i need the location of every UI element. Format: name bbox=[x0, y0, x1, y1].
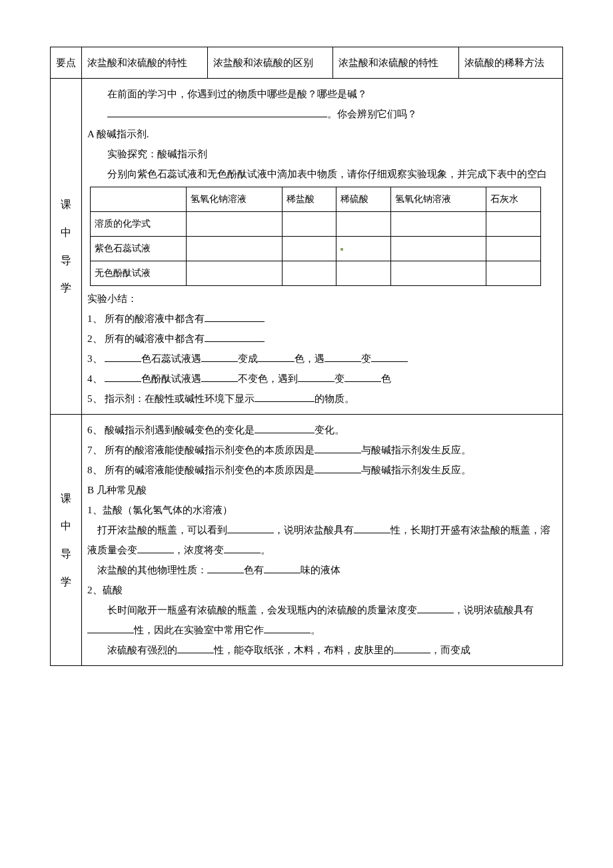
fill-blank[interactable] bbox=[394, 643, 430, 653]
item-1-line1: 打开浓盐酸的瓶盖，可以看到，说明浓盐酸具有性，长期打开盛有浓盐酸的瓶盖，溶液质量… bbox=[87, 520, 557, 560]
item-1-title: 1、盐酸（氯化氢气体的水溶液） bbox=[87, 500, 557, 520]
header-label: 要点 bbox=[51, 47, 82, 79]
table-row: 无色酚酞试液 bbox=[91, 261, 541, 286]
row-label-1: 溶质的化学式 bbox=[91, 212, 187, 237]
fill-blank[interactable] bbox=[105, 351, 141, 362]
experiment-desc: 分别向紫色石蕊试液和无色酚酞试液中滴加表中物质，请你仔细观察实验现象，并完成下表… bbox=[87, 164, 557, 184]
th-3: 稀硫酸 bbox=[336, 187, 391, 212]
header-col-3: 浓盐酸和浓硫酸的特性 bbox=[333, 47, 459, 79]
cell-blank[interactable] bbox=[390, 237, 486, 261]
content-cell-2: 6、 酸碱指示剂遇到酸碱变色的变化是变化。 7、 所有的酸溶液能使酸碱指示剂变色… bbox=[82, 415, 563, 666]
summary-2: 2、 所有的碱溶液中都含有 bbox=[87, 329, 557, 349]
summary-3: 3、 色石蕊试液遇变成色，遇变 bbox=[87, 349, 557, 369]
side-label-2: 课中导学 bbox=[51, 415, 82, 666]
cell-blank[interactable] bbox=[336, 212, 391, 237]
cell-blank[interactable] bbox=[390, 212, 486, 237]
fill-blank[interactable] bbox=[87, 623, 134, 633]
cell-blank[interactable] bbox=[336, 237, 391, 261]
fill-blank[interactable] bbox=[354, 523, 390, 533]
th-5: 石灰水 bbox=[486, 187, 541, 212]
cell-blank[interactable] bbox=[282, 261, 336, 286]
fill-blank[interactable] bbox=[255, 391, 314, 402]
fill-blank[interactable] bbox=[298, 371, 334, 382]
cell-blank[interactable] bbox=[486, 237, 541, 261]
table-row: 溶质的化学式 bbox=[91, 212, 541, 237]
th-2: 稀盐酸 bbox=[282, 187, 336, 212]
fill-blank[interactable] bbox=[205, 331, 265, 342]
table-header-row: 氢氧化钠溶液 稀盐酸 稀硫酸 氢氧化钠溶液 石灰水 bbox=[91, 187, 541, 212]
fill-blank[interactable] bbox=[258, 351, 295, 362]
header-row: 要点 浓盐酸和浓硫酸的特性 浓盐酸和浓硫酸的区别 浓盐酸和浓硫酸的特性 浓硫酸的… bbox=[51, 47, 563, 79]
cell-blank[interactable] bbox=[282, 212, 336, 237]
item-1-line2: 浓盐酸的其他物理性质：色有味的液体 bbox=[87, 560, 557, 580]
item-2-title: 2、硫酸 bbox=[87, 580, 557, 600]
section-B-title: B 几种常见酸 bbox=[87, 480, 557, 500]
fill-blank[interactable] bbox=[201, 351, 238, 362]
cell-blank[interactable] bbox=[486, 212, 541, 237]
row-label-2: 紫色石蕊试液 bbox=[91, 237, 187, 261]
fill-blank[interactable] bbox=[417, 603, 454, 613]
summary-8: 8、 所有的碱溶液能使酸碱指示剂变色的本质原因是与酸碱指示剂发生反应。 bbox=[87, 460, 557, 480]
fill-blank[interactable] bbox=[314, 443, 361, 453]
side-label-1: 课中导学 bbox=[51, 79, 82, 415]
content-cell-1: 在前面的学习中，你遇到过的物质中哪些是酸？哪些是碱？ 。你会辨别它们吗？ A 酸… bbox=[82, 79, 563, 415]
table-row: 紫色石蕊试液 bbox=[91, 237, 541, 261]
summary-4: 4、 色酚酞试液遇不变色，遇到变色 bbox=[87, 369, 557, 389]
cell-blank[interactable] bbox=[186, 261, 282, 286]
experiment-title: 实验探究：酸碱指示剂 bbox=[87, 144, 557, 164]
fill-blank[interactable] bbox=[105, 371, 141, 382]
intro-blank-line: 。你会辨别它们吗？ bbox=[87, 104, 557, 124]
item-2-line1: 长时间敞开一瓶盛有浓硫酸的瓶盖，会发现瓶内的浓硫酸的质量浓度变，说明浓硫酸具有性… bbox=[87, 600, 557, 640]
header-col-2: 浓盐酸和浓硫酸的区别 bbox=[207, 47, 333, 79]
cell-blank[interactable] bbox=[390, 261, 486, 286]
fill-blank[interactable] bbox=[201, 371, 238, 382]
cell-blank[interactable] bbox=[186, 237, 282, 261]
th-1: 氢氧化钠溶液 bbox=[186, 187, 282, 212]
fill-blank[interactable] bbox=[177, 643, 214, 653]
summary-5: 5、 指示剂：在酸性或碱性环境下显示的物质。 bbox=[87, 389, 557, 409]
fill-blank[interactable] bbox=[227, 523, 274, 533]
indicator-table: 氢氧化钠溶液 稀盐酸 稀硫酸 氢氧化钠溶液 石灰水 溶质的化学式 bbox=[90, 187, 541, 286]
fill-blank[interactable] bbox=[205, 311, 265, 322]
summary-7: 7、 所有的酸溶液能使酸碱指示剂变色的本质原因是与酸碱指示剂发生反应。 bbox=[87, 440, 557, 460]
summary-1: 1、 所有的酸溶液中都含有 bbox=[87, 309, 557, 329]
cell-blank[interactable] bbox=[486, 261, 541, 286]
main-table: 要点 浓盐酸和浓硫酸的特性 浓盐酸和浓硫酸的区别 浓盐酸和浓硫酸的特性 浓硫酸的… bbox=[50, 47, 563, 666]
section-A-title: A 酸碱指示剂. bbox=[87, 124, 557, 144]
fill-blank[interactable] bbox=[371, 351, 408, 362]
fill-blank[interactable] bbox=[264, 563, 301, 573]
intro-question: 在前面的学习中，你遇到过的物质中哪些是酸？哪些是碱？ bbox=[87, 84, 557, 104]
fill-blank[interactable] bbox=[314, 463, 361, 473]
cell-blank[interactable] bbox=[336, 261, 391, 286]
summary-title: 实验小结： bbox=[87, 289, 557, 309]
fill-blank[interactable] bbox=[264, 623, 310, 633]
header-col-1: 浓盐酸和浓硫酸的特性 bbox=[82, 47, 208, 79]
summary-6: 6、 酸碱指示剂遇到酸碱变色的变化是变化。 bbox=[87, 420, 557, 440]
fill-blank[interactable] bbox=[344, 371, 381, 382]
content-row-2: 课中导学 6、 酸碱指示剂遇到酸碱变色的变化是变化。 7、 所有的酸溶液能使酸碱… bbox=[51, 415, 563, 666]
item-2-line2: 浓硫酸有强烈的性，能夺取纸张，木料，布料，皮肤里的，而变成 bbox=[87, 640, 557, 660]
page-container: 要点 浓盐酸和浓硫酸的特性 浓盐酸和浓硫酸的区别 浓盐酸和浓硫酸的特性 浓硫酸的… bbox=[0, 0, 613, 693]
fill-blank[interactable] bbox=[224, 543, 261, 553]
cell-blank[interactable] bbox=[186, 212, 282, 237]
fill-blank[interactable] bbox=[137, 543, 174, 553]
fill-blank[interactable] bbox=[207, 563, 244, 573]
cell-blank[interactable] bbox=[282, 237, 336, 261]
th-blank bbox=[91, 187, 187, 212]
dot-mark bbox=[340, 248, 343, 251]
content-row-1: 课中导学 在前面的学习中，你遇到过的物质中哪些是酸？哪些是碱？ 。你会辨别它们吗… bbox=[51, 79, 563, 415]
fill-blank[interactable] bbox=[324, 351, 361, 362]
header-col-4: 浓硫酸的稀释方法 bbox=[458, 47, 562, 79]
fill-blank[interactable] bbox=[107, 107, 327, 117]
fill-blank[interactable] bbox=[255, 423, 314, 433]
th-4: 氢氧化钠溶液 bbox=[390, 187, 486, 212]
row-label-3: 无色酚酞试液 bbox=[91, 261, 187, 286]
